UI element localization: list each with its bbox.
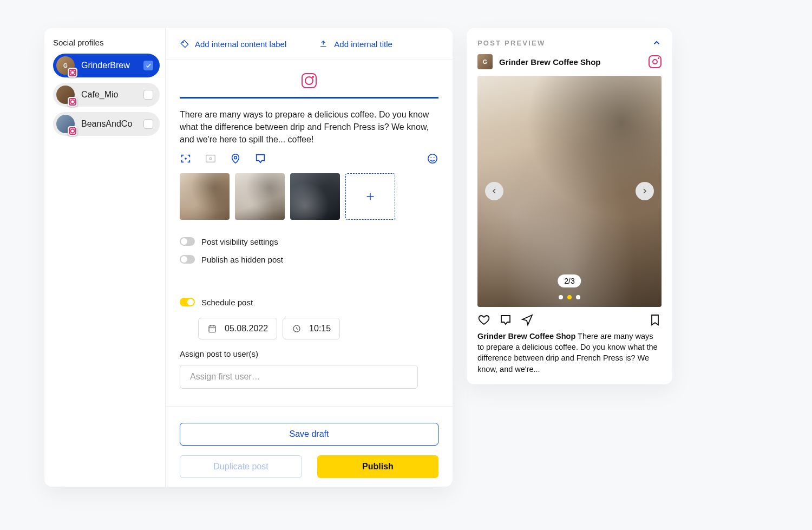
assign-label: Assign post to user(s) [180,347,438,358]
carousel-dots [559,295,580,299]
carousel-counter: 2/3 [558,274,581,287]
avatar: G [56,56,75,75]
profile-checkbox[interactable] [143,90,153,100]
carousel-prev-button[interactable] [485,182,503,200]
media-expand-icon[interactable] [180,153,192,165]
add-content-label-button[interactable]: Add internal content label [180,39,286,49]
carousel-next-button[interactable] [636,182,654,200]
action-buttons: Save draft Duplicate post Publish [166,406,453,487]
preview-caption-name: Grinder Brew Coffee Shop [477,332,575,341]
image-placeholder-icon[interactable] [205,153,217,165]
editor-column: Add internal content label Add internal … [166,28,453,487]
toggle-label: Schedule post [201,298,253,307]
heart-icon[interactable] [477,313,490,326]
emoji-icon[interactable] [427,153,438,165]
profile-cafe-mio[interactable]: Cafe_Mio [53,83,160,107]
preview-account-name: Grinder Brew Coffee Shop [499,57,642,67]
preview-image-carousel: 2/3 [477,76,662,307]
media-thumb-1[interactable] [180,173,230,220]
profile-grinderbrew[interactable]: G GrinderBrew [53,54,160,77]
preview-heading: POST PREVIEW [477,39,545,47]
bookmark-icon[interactable] [649,313,662,326]
svg-point-1 [185,158,187,160]
comment-icon[interactable] [254,153,266,165]
svg-point-7 [434,157,435,158]
svg-point-6 [430,157,431,158]
schedule-post-toggle[interactable] [180,298,195,306]
clock-icon [292,324,302,333]
link-label: Add internal content label [195,40,286,49]
duplicate-post-button[interactable]: Duplicate post [180,455,302,478]
post-preview-card: POST PREVIEW G Grinder Brew Coffee Shop … [467,28,672,384]
media-thumb-3[interactable] [290,173,340,220]
hidden-post-toggle[interactable] [180,255,195,264]
preview-caption: Grinder Brew Coffee Shop There are many … [477,331,662,375]
profile-checkbox[interactable] [143,61,153,70]
composer-card: Social profiles G GrinderBrew Cafe_Mio [44,28,453,487]
title-export-icon [319,39,329,49]
instagram-badge-icon [68,97,77,107]
schedule-time-input[interactable]: 10:15 [283,318,340,339]
location-pin-icon[interactable] [230,153,241,165]
social-profiles-sidebar: Social profiles G GrinderBrew Cafe_Mio [44,28,166,487]
avatar [56,115,75,133]
add-internal-title-button[interactable]: Add internal title [319,39,392,49]
media-thumb-2[interactable] [235,173,285,220]
save-draft-button[interactable]: Save draft [180,423,438,446]
plus-icon [364,191,376,202]
instagram-icon [649,55,662,68]
schedule-date-value: 05.08.2022 [225,324,268,333]
assign-placeholder: Assign first user… [190,372,260,382]
preview-user-row: G Grinder Brew Coffee Shop [477,54,662,69]
editor-top-bar: Add internal content label Add internal … [166,28,453,60]
svg-point-4 [234,156,237,159]
calendar-icon [207,324,217,333]
media-attachments-row [166,172,453,230]
preview-action-row [477,307,662,331]
instagram-tab-icon[interactable] [302,73,317,88]
visibility-toggle-group: Post visibility settings Publish as hidd… [166,230,453,279]
profile-name: GrinderBrew [81,61,137,70]
schedule-date-input[interactable]: 05.08.2022 [198,318,277,339]
preview-avatar: G [477,54,493,69]
svg-point-5 [428,154,437,163]
add-media-button[interactable] [345,173,395,220]
svg-rect-2 [206,155,215,162]
caption-textarea[interactable]: There are many ways to prepare a delicio… [166,99,453,152]
post-visibility-toggle[interactable] [180,237,195,246]
comment-icon[interactable] [499,313,512,326]
publish-button[interactable]: Publish [317,455,438,478]
instagram-badge-icon [68,126,77,136]
profile-checkbox[interactable] [143,119,153,129]
profile-name: Cafe_Mio [81,90,137,100]
instagram-badge-icon [68,68,77,77]
schedule-time-value: 10:15 [309,324,331,333]
platform-tabs [166,60,453,99]
toggle-label: Publish as hidden post [201,255,283,264]
schedule-block: Schedule post 05.08.2022 10:15 Assign po… [166,284,453,393]
assign-user-input[interactable]: Assign first user… [180,365,418,389]
editor-tool-row [166,152,453,172]
profile-beansandco[interactable]: BeansAndCo [53,112,160,136]
svg-rect-8 [209,325,215,332]
svg-point-0 [182,42,184,43]
tag-icon [180,39,189,49]
avatar [56,86,75,104]
collapse-chevron-icon[interactable] [652,38,662,48]
profile-name: BeansAndCo [81,119,137,129]
toggle-label: Post visibility settings [201,237,278,246]
send-icon[interactable] [521,313,534,326]
link-label: Add internal title [334,40,392,49]
svg-point-3 [209,158,212,160]
sidebar-title: Social profiles [53,38,160,47]
